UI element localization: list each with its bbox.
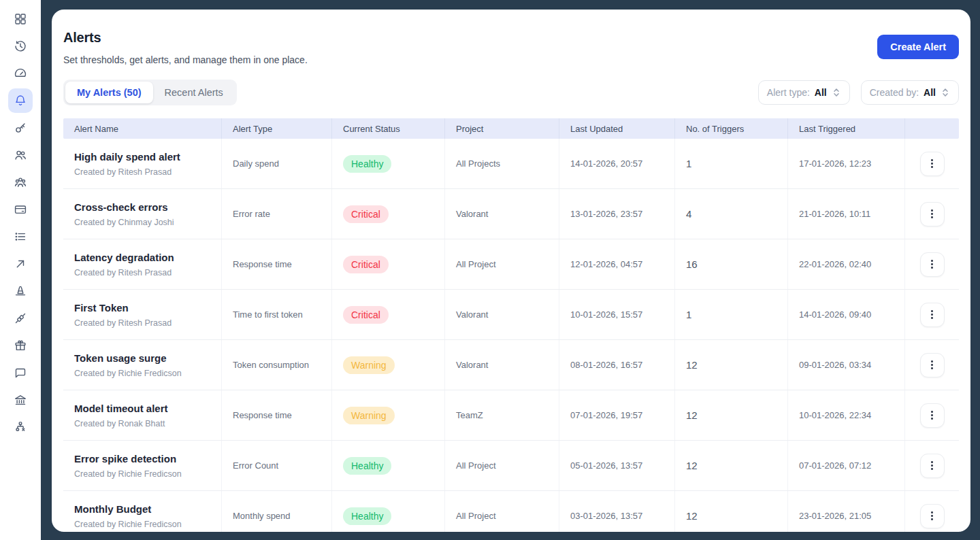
history-icon bbox=[14, 39, 27, 53]
chat-icon bbox=[14, 366, 27, 379]
sidebar-item-keys[interactable] bbox=[8, 116, 33, 140]
status-badge: Critical bbox=[343, 306, 389, 324]
sidebar-item-workflow[interactable] bbox=[8, 415, 33, 439]
row-menu-button[interactable] bbox=[920, 252, 945, 277]
sidebar-item-limits[interactable] bbox=[8, 279, 33, 303]
user-group-icon bbox=[14, 175, 27, 189]
alert-last-triggered: 21-01-2026, 10:11 bbox=[787, 189, 904, 239]
alert-project: Valorant bbox=[444, 290, 559, 339]
alert-last-updated: 10-01-2026, 15:57 bbox=[559, 290, 674, 339]
alert-trigger-count: 12 bbox=[686, 359, 698, 371]
alert-name: Latency degradation bbox=[74, 252, 174, 263]
page-header: Alerts Set thresholds, get alerts, and m… bbox=[63, 30, 959, 65]
plug-icon bbox=[14, 311, 27, 325]
create-alert-button[interactable]: Create Alert bbox=[877, 35, 959, 59]
row-menu-button[interactable] bbox=[920, 454, 945, 478]
alert-last-updated: 03-01-2026, 13:57 bbox=[559, 491, 674, 532]
col-last-updated: Last Updated bbox=[559, 118, 674, 139]
alert-last-triggered: 17-01-2026, 12:23 bbox=[787, 139, 904, 188]
alert-name: Error spike detection bbox=[74, 453, 176, 465]
alert-project: Valorant bbox=[444, 340, 559, 390]
sidebar-item-users[interactable] bbox=[8, 143, 33, 167]
row-menu-button[interactable] bbox=[920, 303, 945, 327]
sidebar-item-organization[interactable] bbox=[8, 388, 33, 412]
chevron-updown-icon bbox=[941, 87, 950, 98]
bank-icon bbox=[14, 393, 27, 407]
status-badge: Critical bbox=[343, 256, 389, 273]
alert-type-filter[interactable]: Alert type: All bbox=[758, 80, 850, 105]
sidebar-item-usage[interactable] bbox=[8, 61, 33, 86]
alerts-table: Alert Name Alert Type Current Status Pro… bbox=[63, 118, 959, 532]
status-badge: Healthy bbox=[343, 507, 391, 525]
chevron-updown-icon bbox=[832, 87, 841, 98]
col-current-status: Current Status bbox=[331, 118, 444, 139]
sidebar-item-feedback[interactable] bbox=[8, 360, 33, 385]
alert-created-by: Created by Richie Fredicson bbox=[74, 369, 182, 378]
alert-last-triggered: 09-01-2026, 03:34 bbox=[787, 340, 904, 390]
status-badge: Warning bbox=[343, 407, 395, 424]
alert-last-updated: 12-01-2026, 04:57 bbox=[559, 239, 674, 289]
row-menu-button[interactable] bbox=[920, 504, 945, 528]
sidebar-item-integrations[interactable] bbox=[8, 306, 33, 331]
tab-recent-alerts[interactable]: Recent Alerts bbox=[153, 82, 235, 103]
row-menu-button[interactable] bbox=[920, 202, 945, 226]
alert-name: Monthly Budget bbox=[74, 503, 151, 515]
row-menu-button[interactable] bbox=[920, 403, 945, 428]
page-subtitle: Set thresholds, get alerts, and manage t… bbox=[63, 54, 308, 65]
row-menu-button[interactable] bbox=[920, 353, 945, 377]
alert-created-by: Created by Ritesh Prasad bbox=[74, 318, 172, 328]
sidebar-item-teams[interactable] bbox=[8, 170, 33, 195]
sidebar-item-dashboard[interactable] bbox=[8, 7, 33, 31]
network-icon bbox=[14, 420, 27, 434]
key-icon bbox=[14, 121, 27, 135]
sidebar-item-history[interactable] bbox=[8, 34, 33, 58]
alert-last-updated: 14-01-2026, 20:57 bbox=[559, 139, 674, 188]
created-by-filter[interactable]: Created by: All bbox=[861, 80, 959, 105]
alert-project: All Project bbox=[444, 441, 559, 490]
alert-name: High daily spend alert bbox=[74, 151, 180, 163]
tabs: My Alerts (50) Recent Alerts bbox=[63, 80, 237, 105]
alert-type: Time to first token bbox=[221, 290, 331, 339]
alert-trigger-count: 1 bbox=[686, 158, 691, 169]
alert-trigger-count: 16 bbox=[686, 258, 698, 270]
alert-name: Model timeout alert bbox=[74, 403, 168, 414]
sidebar-item-export[interactable] bbox=[8, 252, 33, 276]
col-actions bbox=[904, 118, 959, 139]
alert-type: Response time bbox=[221, 239, 331, 289]
col-alert-type: Alert Type bbox=[221, 118, 331, 139]
alert-type: Daily spend bbox=[221, 139, 331, 188]
alert-created-by: Created by Ronak Bhatt bbox=[74, 419, 165, 428]
alert-type-filter-label: Alert type: bbox=[767, 87, 810, 98]
sidebar-item-alerts[interactable] bbox=[8, 88, 33, 113]
table-row: Monthly Budget Created by Richie Fredics… bbox=[63, 491, 959, 532]
table-row: Cross-check errors Created by Chinmay Jo… bbox=[63, 189, 959, 239]
created-by-filter-label: Created by: bbox=[870, 87, 919, 98]
table-row: First Token Created by Ritesh Prasad Tim… bbox=[63, 290, 959, 340]
table-row: Latency degradation Created by Ritesh Pr… bbox=[63, 239, 959, 290]
tab-my-alerts[interactable]: My Alerts (50) bbox=[65, 82, 153, 103]
grid-icon bbox=[14, 12, 27, 26]
table-header-row: Alert Name Alert Type Current Status Pro… bbox=[63, 118, 959, 139]
alert-trigger-count: 12 bbox=[686, 409, 698, 421]
traffic-cone-icon bbox=[14, 284, 27, 298]
alert-last-triggered: 14-01-2026, 09:40 bbox=[787, 290, 904, 339]
alert-last-updated: 07-01-2026, 19:57 bbox=[559, 390, 674, 440]
status-badge: Healthy bbox=[343, 155, 391, 173]
alert-created-by: Created by Ritesh Prasad bbox=[74, 167, 172, 177]
status-badge: Warning bbox=[343, 356, 395, 374]
alert-last-updated: 08-01-2026, 16:57 bbox=[559, 340, 674, 390]
table-row: Error spike detection Created by Richie … bbox=[63, 441, 959, 491]
sidebar-item-rewards[interactable] bbox=[8, 333, 33, 358]
table-row: Token usage surge Created by Richie Fred… bbox=[63, 340, 959, 390]
table-body: High daily spend alert Created by Ritesh… bbox=[63, 139, 959, 532]
sidebar-item-logs[interactable] bbox=[8, 224, 33, 249]
alert-project: All Projects bbox=[444, 139, 559, 188]
sidebar-item-billing[interactable] bbox=[8, 197, 33, 222]
alert-type: Error rate bbox=[221, 189, 331, 239]
alert-type: Token consumption bbox=[221, 340, 331, 390]
created-by-filter-value: All bbox=[924, 87, 936, 98]
alert-trigger-count: 12 bbox=[686, 510, 698, 522]
alert-last-triggered: 23-01-2026, 21:05 bbox=[787, 491, 904, 532]
row-menu-button[interactable] bbox=[920, 152, 945, 176]
credit-card-icon bbox=[14, 203, 27, 216]
